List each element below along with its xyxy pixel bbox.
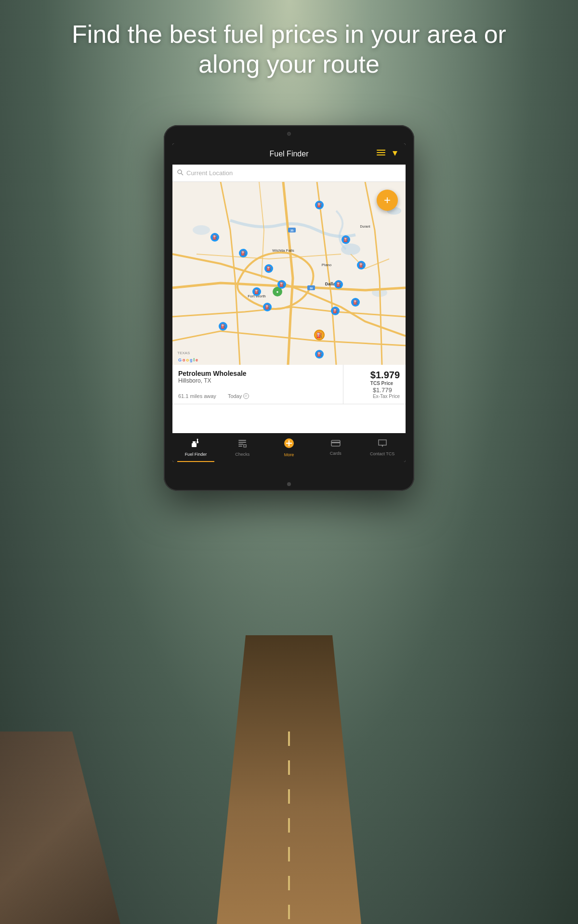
svg-rect-36 [331,442,340,443]
bg-left-road [0,732,120,924]
header-icons [377,149,399,159]
svg-text:30: 30 [310,287,313,290]
station-address: Hillsboro, TX [178,377,337,384]
map-pin-selected[interactable]: ⛽ [314,330,325,340]
map-area[interactable]: 35 30 Wichita Falls Durant Plano Dallas … [172,182,406,365]
ex-tax-price-label: Ex-Tax Price [373,394,400,399]
nav-cards[interactable]: Cards [312,433,359,462]
more-label: More [284,452,294,457]
svg-rect-2 [377,154,385,155]
svg-text:35: 35 [290,229,294,232]
tcs-price-label: TCS Price [370,381,400,386]
svg-point-11 [193,225,210,235]
map-pin-5[interactable]: ⛽ [264,264,273,273]
svg-point-26 [197,439,198,440]
app-title: Fuel Finder [270,150,309,158]
svg-rect-30 [238,446,242,447]
station-details: Petroleum Wholesale Hillsboro, TX 61.1 m… [172,365,343,404]
svg-text:Wichita Falls: Wichita Falls [272,248,294,253]
cards-label: Cards [330,451,342,456]
nav-more[interactable]: More [266,433,313,462]
list-icon[interactable] [377,150,385,158]
bottom-navigation: Fuel Finder Checks [172,433,406,462]
tablet-home-bar [287,482,291,486]
svg-rect-28 [238,442,246,443]
station-prices: $1.979 TCS Price $1.779 Ex-Tax Price [343,365,406,404]
svg-point-6 [178,170,182,174]
station-distance-row: 61.1 miles away Today ⏱ [178,393,337,399]
cards-icon [331,439,341,449]
checks-icon [237,438,247,450]
svg-rect-23 [193,441,196,443]
map-pin-11[interactable]: ⛽ [263,303,272,311]
svg-rect-31 [244,445,246,447]
svg-text:Durant: Durant [360,225,370,228]
map-pin-3[interactable]: ⛽ [342,235,350,244]
app-header: Fuel Finder [172,143,406,165]
clock-icon: ⏱ [243,393,249,399]
map-pin-10[interactable]: ⛽ [351,298,360,307]
svg-rect-3 [383,150,385,151]
svg-rect-24 [197,441,198,443]
svg-rect-29 [238,444,243,445]
nav-checks[interactable]: Checks [219,433,266,462]
svg-line-7 [181,173,183,175]
search-bar[interactable]: Current Location [172,165,406,182]
svg-rect-27 [238,440,246,441]
station-info[interactable]: Petroleum Wholesale Hillsboro, TX 61.1 m… [172,365,406,404]
headline: Find the best fuel prices in your area o… [0,19,578,79]
fuel-finder-icon [191,438,200,450]
map-roads: 35 30 Wichita Falls Durant Plano Dallas … [172,182,406,365]
tablet-screen: Fuel Finder [172,143,406,462]
station-distance-text: 61.1 miles away [178,393,216,399]
map-pin-7[interactable]: ⛽ [252,287,261,296]
map-pin-8[interactable]: ⛽ [277,280,286,289]
ex-tax-price-group: $1.779 Ex-Tax Price [373,386,400,399]
bg-road-line [288,732,290,924]
filter-icon[interactable] [391,149,399,159]
search-icon [177,169,184,177]
map-pin-14[interactable]: ⛽ [315,350,324,359]
tablet-device: Fuel Finder [164,125,414,491]
fuel-finder-label: Fuel Finder [185,452,207,457]
search-placeholder: Current Location [186,169,233,177]
nav-fuel-finder[interactable]: Fuel Finder [172,433,219,462]
map-pin-4[interactable]: ⛽ [239,249,248,257]
map-pin-6[interactable]: ⛽ [357,261,366,270]
texas-label: TEXAS [177,351,190,355]
map-pin-2[interactable]: ⛽ [210,233,219,242]
map-pin-13[interactable]: ⛽ [219,322,227,331]
checks-label: Checks [235,452,250,457]
tcs-price-group: $1.979 TCS Price [370,370,400,386]
ex-tax-price: $1.779 [373,386,400,394]
contact-tcs-label: Contact TCS [370,451,394,456]
tcs-price: $1.979 [370,370,400,381]
svg-rect-1 [377,152,385,153]
google-label: Google [178,358,198,362]
add-button[interactable]: + [377,190,398,211]
svg-text:Plano: Plano [322,263,332,267]
nav-contact-tcs[interactable]: Contact TCS [359,433,406,462]
map-pin-12[interactable]: ⛽ [331,307,340,315]
more-icon [284,438,294,451]
station-name: Petroleum Wholesale [178,370,337,377]
map-pin-9[interactable]: ⛽ [334,280,343,289]
station-date: Today ⏱ [228,393,249,399]
svg-point-9 [341,244,360,255]
contact-tcs-icon [378,439,387,450]
tablet-camera [287,132,291,136]
map-pin-1[interactable]: ⛽ [315,201,324,209]
svg-rect-22 [192,443,197,447]
